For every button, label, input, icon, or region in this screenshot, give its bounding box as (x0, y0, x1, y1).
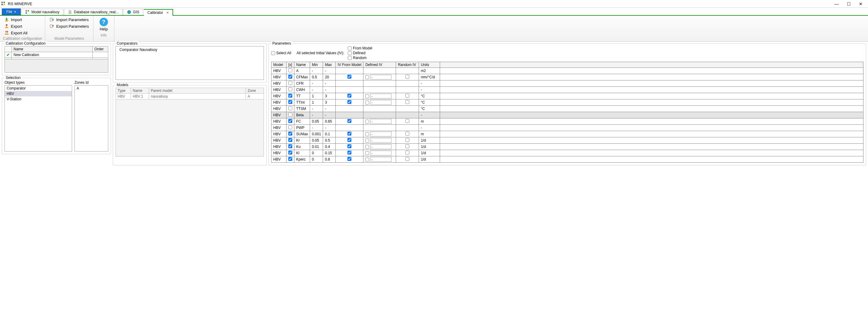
div-checkbox[interactable] (365, 132, 369, 136)
col-ivm[interactable]: IV From Model (336, 62, 364, 68)
ivm-checkbox[interactable] (347, 75, 351, 79)
x-checkbox[interactable] (288, 68, 292, 72)
zones-list[interactable]: A (74, 85, 108, 152)
riv-checkbox[interactable] (405, 157, 409, 161)
file-menu[interactable]: File (2, 8, 21, 15)
riv-checkbox[interactable] (405, 100, 409, 104)
table-row[interactable]: ✔ New Calibration (5, 52, 108, 58)
x-checkbox[interactable] (288, 94, 292, 98)
import-button[interactable]: Import (3, 16, 42, 23)
x-checkbox[interactable] (288, 100, 292, 104)
cell-order[interactable] (93, 52, 108, 58)
table-row[interactable]: HBVTT13°C (272, 93, 864, 99)
parameters-grid[interactable]: Model [x] Name Min Max IV From Model Def… (271, 62, 864, 163)
div-input[interactable] (370, 157, 392, 162)
div-input[interactable] (370, 132, 392, 136)
col-parent[interactable]: Parent model (149, 88, 246, 94)
riv-checkbox[interactable] (405, 144, 409, 148)
table-row[interactable]: HBVSUMax0.0010.1m (272, 131, 864, 137)
x-checkbox[interactable] (288, 113, 292, 116)
col-order[interactable]: Order (93, 46, 108, 52)
help-button[interactable]: ? Help (96, 16, 111, 33)
col-name[interactable]: Name (294, 62, 310, 68)
x-checkbox[interactable] (288, 75, 292, 79)
comparators-list[interactable]: Comparator Nauvalisoy (116, 46, 264, 80)
minimize-button[interactable]: — (831, 0, 843, 8)
table-row[interactable]: HBVCWH--- (272, 87, 864, 93)
ivm-checkbox[interactable] (347, 94, 351, 98)
close-button[interactable]: ✕ (855, 0, 867, 8)
x-checkbox[interactable] (288, 106, 292, 110)
ivm-checkbox[interactable] (347, 100, 351, 104)
iv-defined-checkbox[interactable]: Defined (348, 51, 372, 55)
x-checkbox[interactable] (288, 81, 292, 85)
col-riv[interactable]: Random IV (396, 62, 419, 68)
div-checkbox[interactable] (365, 139, 369, 142)
col-min[interactable]: Min (310, 62, 323, 68)
select-all-checkbox[interactable]: Select All (271, 51, 291, 55)
table-row[interactable]: HBVA--m2 (272, 68, 864, 74)
list-item[interactable]: V-Station (5, 96, 72, 102)
div-checkbox[interactable] (365, 158, 369, 162)
col-max[interactable]: Max (323, 62, 336, 68)
div-input[interactable] (370, 119, 392, 124)
list-item[interactable]: HBV (5, 91, 72, 96)
ivm-checkbox[interactable] (347, 132, 351, 136)
cell-name[interactable]: New Calibration (12, 52, 93, 58)
ivm-checkbox[interactable] (347, 144, 351, 148)
maximize-button[interactable]: ☐ (843, 0, 855, 8)
tab-model[interactable]: Model nauvalisoy (22, 9, 63, 15)
ivm-checkbox[interactable] (347, 119, 351, 123)
riv-checkbox[interactable] (405, 94, 409, 98)
models-grid[interactable]: Type Name Parent model Zone HBV HBV 1 na… (116, 88, 264, 99)
div-checkbox[interactable] (365, 94, 369, 98)
table-row[interactable]: HBVTTInt13°C (272, 99, 864, 106)
import-parameters-button[interactable]: Import Parameters (48, 16, 90, 23)
div-input[interactable] (370, 144, 392, 149)
col-name[interactable]: Name (12, 46, 93, 52)
riv-checkbox[interactable] (405, 150, 409, 155)
table-row[interactable]: HBVKperc00.81/d (272, 156, 864, 163)
col-units[interactable]: Units (419, 62, 440, 68)
x-checkbox[interactable] (288, 144, 292, 148)
table-row[interactable]: HBVBeta--- (272, 112, 864, 119)
export-all-button[interactable]: Export All (3, 30, 42, 36)
object-types-list[interactable]: ComparatorHBVV-Station (4, 85, 72, 152)
div-checkbox[interactable] (365, 120, 369, 124)
iv-from-model-checkbox[interactable]: From Model (348, 46, 372, 50)
col-type[interactable]: Type (116, 88, 131, 94)
ivm-checkbox[interactable] (347, 138, 351, 142)
div-input[interactable] (370, 75, 392, 79)
table-row[interactable]: HBVPWP--- (272, 125, 864, 131)
col-x[interactable]: [x] (286, 62, 294, 68)
export-parameters-button[interactable]: Export Parameters (48, 23, 90, 29)
x-checkbox[interactable] (288, 157, 292, 161)
ivm-checkbox[interactable] (347, 150, 351, 155)
div-input[interactable] (370, 150, 392, 156)
tab-gis[interactable]: GIS (123, 9, 143, 15)
tab-calibrator[interactable]: Calibrator ✕ (144, 9, 173, 16)
ivm-checkbox[interactable] (347, 157, 351, 161)
table-row[interactable]: HBVCFR--- (272, 80, 864, 87)
div-checkbox[interactable] (365, 145, 369, 149)
table-row[interactable]: HBVFC0.050.65m (272, 119, 864, 125)
table-row[interactable]: HBVTTSM--°C (272, 106, 864, 112)
list-item[interactable]: Comparator (5, 86, 72, 91)
div-checkbox[interactable] (365, 101, 369, 104)
col-model[interactable]: Model (272, 62, 286, 68)
iv-random-checkbox[interactable]: Random (348, 56, 372, 60)
riv-checkbox[interactable] (405, 75, 409, 79)
riv-checkbox[interactable] (405, 132, 409, 136)
list-item[interactable]: Comparator Nauvalisoy (118, 47, 262, 53)
table-row[interactable]: HBV HBV 1 nauvalisoy A (116, 94, 264, 99)
table-row[interactable]: HBVKl00.151/d (272, 150, 864, 156)
table-row[interactable]: HBVKr0.050.51/d (272, 137, 864, 144)
div-input[interactable] (370, 100, 392, 105)
tab-database[interactable]: Database nauvalisoy_real... (64, 9, 122, 15)
calibration-grid[interactable]: Name Order ✔ New Calibration (4, 46, 108, 73)
table-row[interactable]: HBVKu0.010.41/d (272, 144, 864, 150)
table-row[interactable]: HBVCFMax0.520mm/°C/d (272, 74, 864, 80)
col-zone[interactable]: Zone (246, 88, 264, 94)
div-checkbox[interactable] (365, 151, 369, 155)
div-input[interactable] (370, 94, 392, 99)
